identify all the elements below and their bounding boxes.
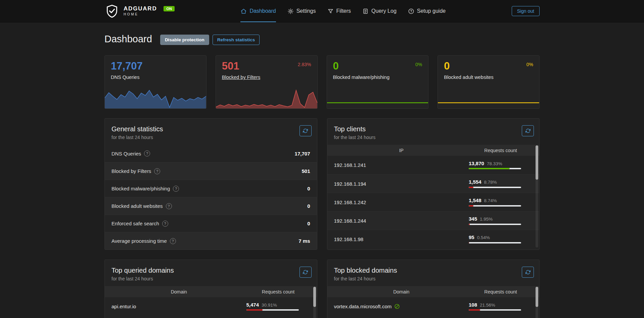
log-icon	[362, 8, 369, 14]
requests-count: 345	[469, 216, 477, 222]
client-ip: 192.168.1.244	[334, 218, 469, 224]
top-queried-domains-table-header: Domain Requests count	[105, 286, 317, 297]
stats-row-label: Average processing time	[111, 238, 167, 244]
stats-row-label: Blocked malware/phishing	[111, 186, 170, 191]
progress-bar-fill	[469, 242, 469, 243]
stat-card-blocked-by-filters: 501 2.83% Blocked by Filters	[216, 55, 318, 109]
column-header-domain: Domain	[111, 289, 246, 294]
top-blocked-domains-panel: Top blocked domains for the last 24 hour…	[327, 260, 540, 318]
domain-name: api.entur.io	[111, 304, 246, 309]
refresh-statistics-button[interactable]: Refresh statistics	[213, 35, 260, 45]
requests-percent: 21.56%	[480, 303, 495, 308]
general-statistics-subtitle: for the last 24 hours	[111, 135, 310, 140]
requests-percent: 78.33%	[487, 161, 502, 166]
table-row: 192.168.1.194 1,5548.78%	[327, 174, 540, 193]
blocked-filters-value: 501	[222, 60, 239, 72]
client-ip: 192.168.1.194	[334, 181, 469, 187]
table-row: 192.168.1.242 1,5488.74%	[327, 193, 540, 211]
help-icon[interactable]	[144, 150, 150, 156]
gear-icon	[287, 8, 294, 14]
column-header-requests-count: Requests count	[469, 148, 533, 153]
sign-out-button[interactable]: Sign out	[512, 6, 540, 16]
help-icon[interactable]	[162, 221, 168, 227]
nav-setup-guide[interactable]: Setup guide	[408, 0, 446, 22]
blocked-filters-percent: 2.83%	[298, 62, 311, 67]
top-blocked-domains-table: vortex.data.microsoft.com 10821.56%	[327, 297, 540, 316]
scrollbar-thumb[interactable]	[536, 287, 538, 307]
refresh-top-clients-button[interactable]	[522, 125, 534, 136]
refresh-icon	[525, 128, 531, 133]
brand-sub: HOME	[124, 13, 157, 16]
table-row: 192.168.1.98 950.54%	[327, 230, 540, 248]
help-icon[interactable]	[166, 203, 172, 209]
blocked-adult-percent: 0%	[526, 62, 533, 67]
top-blocked-domains-table-header: Domain Requests count	[327, 286, 540, 297]
scrollbar-track[interactable]	[536, 145, 538, 247]
stats-row: Blocked adult websites 0	[105, 197, 317, 215]
nav-query-log-label: Query Log	[371, 8, 397, 14]
stat-cards-row: 17,707 DNS Queries 501 2.83% Blocked by …	[104, 55, 540, 109]
column-header-requests-count: Requests count	[469, 289, 533, 294]
progress-bar-fill	[469, 168, 510, 169]
requests-count: 1,548	[469, 197, 481, 203]
blocked-adult-sparkline-chart	[438, 88, 539, 108]
stats-row-value: 0	[307, 186, 310, 191]
requests-count: 5,474	[246, 302, 259, 308]
requests-percent: 0.54%	[477, 235, 490, 240]
main-nav: Dashboard Settings Filters Query Log	[175, 0, 512, 22]
panels-grid: General statistics for the last 24 hours…	[104, 118, 540, 318]
top-queried-domains-subtitle: for the last 24 hours	[111, 276, 310, 281]
stats-row: DNS Queries 17,707	[105, 145, 317, 162]
requests-percent: 1.95%	[480, 217, 493, 222]
dns-queries-sparkline-chart	[105, 88, 206, 108]
progress-bar-fill	[246, 309, 263, 311]
scrollbar-track[interactable]	[313, 287, 316, 318]
stat-card-dns-queries: 17,707 DNS Queries	[104, 55, 206, 109]
scrollbar-track[interactable]	[536, 287, 538, 318]
refresh-icon	[525, 270, 531, 275]
top-clients-title: Top clients	[334, 125, 533, 133]
disable-protection-button[interactable]: Disable protection	[160, 35, 209, 45]
blocked-adult-value: 0	[444, 60, 450, 72]
refresh-icon	[303, 128, 308, 133]
help-icon[interactable]	[170, 238, 176, 244]
table-row: 192.168.1.244 3451.95%	[327, 211, 540, 230]
scrollbar-thumb[interactable]	[536, 145, 538, 180]
blocked-icon	[394, 304, 400, 309]
scrollbar-thumb[interactable]	[313, 287, 316, 307]
requests-count: 95	[469, 234, 474, 240]
dns-queries-label: DNS Queries	[111, 75, 200, 80]
stats-row: Average processing time 7 ms	[105, 232, 317, 249]
stat-card-blocked-malware: 0 0% Blocked malware/phishing	[327, 55, 429, 109]
progress-bar	[469, 224, 521, 225]
help-icon[interactable]	[154, 168, 160, 174]
nav-query-log[interactable]: Query Log	[362, 0, 397, 22]
stats-row-label: DNS Queries	[111, 151, 141, 156]
client-ip: 192.168.1.98	[334, 236, 469, 242]
stats-row-value: 501	[302, 168, 310, 174]
adguard-logo[interactable]: ADGUARD HOME ON	[104, 4, 175, 19]
nav-dashboard[interactable]: Dashboard	[240, 0, 276, 22]
column-header-ip: IP	[334, 148, 469, 153]
nav-settings[interactable]: Settings	[287, 0, 316, 22]
refresh-top-blocked-domains-button[interactable]	[522, 267, 534, 278]
nav-filters[interactable]: Filters	[327, 0, 351, 22]
nav-settings-label: Settings	[296, 8, 316, 14]
nav-dashboard-label: Dashboard	[249, 8, 276, 14]
nav-query-filters-label: Filters	[336, 8, 351, 14]
general-statistics-panel: General statistics for the last 24 hours…	[104, 118, 317, 250]
blocked-filters-link[interactable]: Blocked by Filters	[222, 75, 311, 80]
stats-row: Blocked malware/phishing 0	[105, 180, 317, 197]
requests-count: 108	[469, 302, 477, 308]
refresh-top-queried-domains-button[interactable]	[300, 267, 312, 278]
help-icon[interactable]	[173, 186, 179, 192]
progress-bar-fill	[469, 187, 473, 188]
top-queried-domains-table: api.entur.io 5,47430.91%	[105, 297, 317, 316]
dns-queries-value: 17,707	[111, 60, 143, 72]
progress-bar	[469, 205, 521, 207]
help-icon	[408, 8, 414, 14]
refresh-general-statistics-button[interactable]	[300, 125, 312, 136]
stat-card-blocked-adult: 0 0% Blocked adult websites	[438, 55, 540, 109]
blocked-adult-label: Blocked adult websites	[444, 75, 533, 80]
blocked-malware-value: 0	[333, 60, 339, 72]
